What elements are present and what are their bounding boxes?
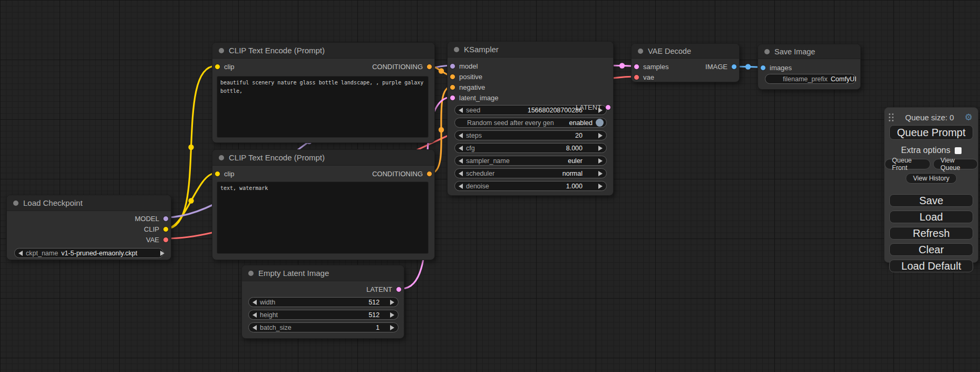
decrement-arrow-icon[interactable] (459, 171, 463, 176)
input-label: model (459, 62, 478, 70)
cfg-widget[interactable]: cfg 8.000 (454, 143, 607, 153)
increment-arrow-icon[interactable] (598, 171, 603, 176)
decrement-arrow-icon[interactable] (253, 325, 257, 330)
widget-value: 1 (376, 324, 380, 331)
node-save-image[interactable]: Save Image images filename_prefix ComfyU… (758, 44, 861, 90)
widget-label: denoise (466, 183, 489, 190)
decrement-arrow-icon[interactable] (459, 184, 463, 189)
positive-input-port[interactable] (450, 74, 455, 80)
conditioning-output-port[interactable] (426, 64, 432, 70)
node-empty-latent-image[interactable]: Empty Latent Image LATENT width 512 heig… (241, 265, 404, 339)
load-button[interactable]: Load (889, 211, 973, 223)
widget-label: width (260, 299, 275, 306)
vae-output-port[interactable] (163, 237, 169, 243)
increment-arrow-icon[interactable] (598, 184, 603, 189)
node-collapse-dot-icon[interactable] (248, 271, 254, 276)
decrement-arrow-icon[interactable] (459, 133, 463, 138)
ckpt-name-widget[interactable]: ckpt_name v1-5-pruned-emaonly.ckpt (14, 248, 163, 258)
clip-output-port[interactable] (163, 226, 169, 232)
width-widget[interactable]: width 512 (248, 297, 399, 307)
queue-prompt-button[interactable]: Queue Prompt (889, 125, 973, 140)
widget-value: 156680208700286 (528, 107, 583, 114)
refresh-button[interactable]: Refresh (889, 227, 973, 240)
node-title-bar[interactable]: CLIP Text Encode (Prompt) (212, 43, 434, 59)
widget-value: v1-5-pruned-emaonly.ckpt (61, 250, 137, 257)
model-input-port[interactable] (450, 63, 455, 69)
decrement-arrow-icon[interactable] (459, 108, 463, 113)
node-title-bar[interactable]: Save Image (758, 44, 860, 59)
queue-front-button[interactable]: Queue Front (885, 159, 930, 169)
clear-button[interactable]: Clear (889, 243, 973, 256)
node-vae-decode[interactable]: VAE Decode samples vae IMAGE (631, 43, 740, 82)
widget-value: normal (562, 170, 583, 177)
height-widget[interactable]: height 512 (248, 310, 399, 320)
increment-arrow-icon[interactable] (390, 325, 394, 330)
input-label: negative (459, 83, 485, 91)
widget-label: steps (466, 132, 482, 139)
batch-size-widget[interactable]: batch_size 1 (248, 322, 399, 332)
clip-input-port[interactable] (215, 171, 220, 177)
node-collapse-dot-icon[interactable] (764, 49, 770, 54)
node-title-bar[interactable]: VAE Decode (632, 44, 739, 59)
input-latent-image: latent_image (448, 92, 613, 103)
model-output-port[interactable] (163, 216, 169, 222)
extra-options-checkbox[interactable] (955, 147, 962, 154)
decrement-arrow-icon[interactable] (253, 312, 257, 318)
latent-image-input-port[interactable] (450, 95, 455, 101)
node-collapse-dot-icon[interactable] (219, 48, 224, 53)
node-collapse-dot-icon[interactable] (13, 201, 18, 206)
save-button[interactable]: Save (889, 194, 973, 207)
output-latent: LATENT (576, 102, 613, 112)
node-title-bar[interactable]: KSampler (448, 42, 613, 58)
settings-gear-icon[interactable]: ⚙ (965, 113, 973, 122)
node-title-bar[interactable]: CLIP Text Encode (Prompt) (212, 150, 434, 166)
increment-arrow-icon[interactable] (160, 251, 164, 256)
increment-arrow-icon[interactable] (390, 312, 394, 318)
negative-input-port[interactable] (450, 84, 455, 90)
queue-size-label: Queue size: 0 (895, 113, 965, 122)
decrement-arrow-icon[interactable] (459, 158, 463, 164)
latent-output-port[interactable] (605, 104, 611, 110)
node-clip-text-encode-positive[interactable]: CLIP Text Encode (Prompt) clip CONDITION… (212, 42, 435, 143)
node-title-bar[interactable]: Load Checkpoint (7, 195, 171, 211)
input-label: positive (459, 73, 482, 81)
drag-handle-icon[interactable] (889, 113, 894, 121)
clip-input-port[interactable] (215, 64, 220, 70)
node-title: CLIP Text Encode (Prompt) (229, 46, 325, 55)
denoise-widget[interactable]: denoise 1.000 (454, 181, 607, 191)
filename-prefix-widget[interactable]: filename_prefix ComfyUI (765, 74, 856, 84)
image-output-port[interactable] (731, 64, 737, 70)
positive-prompt-textarea[interactable]: beautiful scenery nature glass bottle la… (217, 76, 429, 138)
node-collapse-dot-icon[interactable] (219, 155, 224, 160)
output-label: LATENT (576, 103, 601, 111)
decrement-arrow-icon[interactable] (18, 251, 23, 256)
increment-arrow-icon[interactable] (390, 300, 394, 305)
view-queue-button[interactable]: View Queue (933, 159, 978, 169)
conditioning-output-port[interactable] (426, 171, 432, 177)
node-title-bar[interactable]: Empty Latent Image (242, 265, 404, 281)
random-seed-toggle-widget[interactable]: Random seed after every gen enabled (454, 118, 607, 128)
vae-input-port[interactable] (634, 74, 639, 80)
load-default-button[interactable]: Load Default (889, 260, 973, 272)
latent-output-port[interactable] (396, 287, 402, 292)
increment-arrow-icon[interactable] (598, 158, 603, 164)
node-ksampler[interactable]: KSampler model positive negative latent_… (447, 41, 614, 196)
node-load-checkpoint[interactable]: Load Checkpoint MODEL CLIP VAE ckpt_name… (6, 195, 171, 260)
node-collapse-dot-icon[interactable] (454, 47, 459, 52)
toggle-dot-icon[interactable] (596, 119, 604, 127)
increment-arrow-icon[interactable] (598, 133, 603, 138)
scheduler-widget[interactable]: scheduler normal (454, 168, 607, 178)
node-clip-text-encode-negative[interactable]: CLIP Text Encode (Prompt) clip CONDITION… (212, 149, 435, 260)
steps-widget[interactable]: steps 20 (454, 130, 607, 140)
decrement-arrow-icon[interactable] (459, 146, 463, 151)
view-history-button[interactable]: View History (906, 173, 957, 184)
node-collapse-dot-icon[interactable] (638, 49, 643, 54)
negative-prompt-textarea[interactable]: text, watermark (217, 182, 429, 254)
sampler-name-widget[interactable]: sampler_name euler (454, 156, 607, 166)
decrement-arrow-icon[interactable] (253, 300, 257, 305)
increment-arrow-icon[interactable] (598, 146, 603, 151)
samples-input-port[interactable] (634, 64, 639, 70)
node-title: Empty Latent Image (258, 269, 329, 278)
widget-label: height (260, 311, 278, 319)
images-input-port[interactable] (760, 65, 766, 71)
